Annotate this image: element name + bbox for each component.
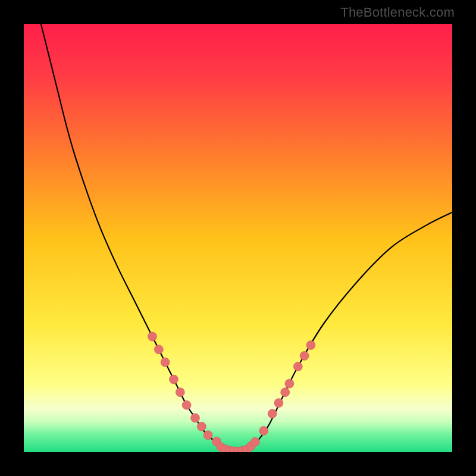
marker-dot: [281, 388, 290, 397]
marker-dot: [170, 375, 178, 384]
marker-dot: [250, 437, 259, 446]
marker-dot: [285, 379, 294, 388]
marker-dot: [161, 358, 170, 367]
marker-dot: [293, 362, 302, 371]
watermark-label: TheBottleneck.com: [340, 5, 455, 20]
chart-frame: TheBottleneck.com: [0, 0, 476, 476]
plot-area: [24, 24, 452, 452]
marker-dot: [300, 352, 309, 361]
marker-dot: [148, 332, 157, 341]
marker-dot: [274, 399, 283, 408]
marker-dot: [176, 388, 184, 397]
marker-dot: [203, 431, 212, 440]
marker-dot: [259, 427, 268, 436]
gradient-background: [24, 24, 452, 452]
marker-dot: [182, 400, 191, 409]
marker-dot: [197, 422, 206, 431]
marker-dot: [191, 414, 200, 422]
marker-dot: [268, 409, 277, 418]
marker-dot: [306, 341, 315, 350]
marker-dot: [154, 345, 163, 354]
chart-svg: [24, 24, 452, 452]
